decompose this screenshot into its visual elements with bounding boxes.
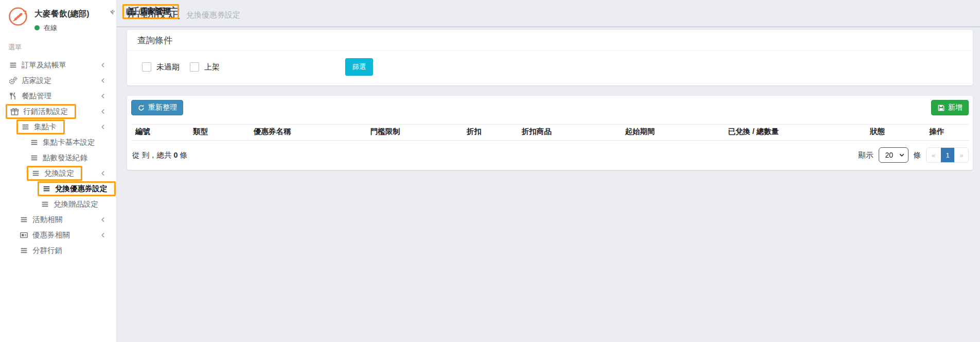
sidebar-item-campaign-related[interactable]: 活動相關: [0, 212, 116, 227]
brand-status: 在線: [34, 23, 90, 32]
bars-icon: [42, 184, 51, 193]
sidebar-item-label: 集點卡基本設定: [43, 138, 95, 147]
filter-button[interactable]: 篩選: [345, 58, 373, 76]
brand-logo-icon: [8, 6, 29, 27]
checkbox-on-shelf-label: 上架: [204, 62, 220, 72]
sidebar-item-label: 分群行銷: [32, 246, 62, 255]
orange-highlight-box: 行銷活動設定: [6, 104, 76, 119]
column-header: 類型: [189, 125, 250, 141]
sidebar-item-label: 兌換贈品設定: [54, 199, 98, 209]
chevron-left-icon: [100, 232, 106, 238]
sidebar-item-marketing-campaign-settings[interactable]: 行銷活動設定: [0, 104, 116, 119]
chevron-down-icon: [109, 8, 116, 15]
column-header: 優惠券名稱: [250, 125, 366, 141]
sidebar-item-segment-marketing[interactable]: 分群行銷: [0, 243, 116, 258]
sidebar-item-label: 餐點管理: [22, 91, 51, 101]
checkbox-on-shelf-input[interactable]: [190, 62, 199, 72]
refresh-icon: [137, 104, 145, 112]
column-header: 門檻限制: [366, 125, 462, 141]
filter-panel: 查詢條件 未過期 上架 篩選: [127, 30, 973, 86]
gears-icon: [9, 76, 17, 85]
sidebar-item-label: 兌換設定: [44, 168, 74, 178]
summary-count: 0: [174, 151, 178, 159]
refresh-button[interactable]: 重新整理: [131, 100, 183, 115]
chevron-left-icon: [100, 216, 106, 223]
sidebar-item-label: 店家設定: [22, 76, 51, 86]
brand[interactable]: 大麥餐飲(總部) 在線: [0, 0, 116, 35]
table-toolbar: 重新整理 新增: [131, 100, 969, 115]
save-icon: [937, 104, 945, 112]
content: 查詢條件 未過期 上架 篩選: [117, 27, 980, 170]
next-page-button[interactable]: »: [954, 148, 968, 162]
gift-icon: [10, 107, 19, 116]
orange-highlight-box: 兌換優惠券設定: [38, 181, 116, 196]
sidebar-item-label: 優惠券相關: [32, 230, 70, 240]
bars-icon: [21, 123, 30, 131]
current-page-button[interactable]: 1: [940, 148, 954, 162]
sidebar-item-label: 店家管理: [140, 7, 171, 16]
sidebar-item-orders-and-bills[interactable]: 訂單及結帳單: [0, 57, 116, 73]
chevron-left-icon: [100, 62, 106, 69]
coupons-table: 編號類型優惠券名稱門檻限制折扣折扣商品起始期間已兌換 / 總數量狀態操作: [131, 124, 969, 141]
online-status-dot-icon: [34, 25, 40, 30]
sidebar-menu: Index品牌管理品牌報表店家管理訂單及結帳單店家設定餐點管理行銷活動設定集點卡…: [0, 57, 116, 258]
bars-icon: [30, 153, 39, 162]
add-button-label: 新增: [948, 103, 963, 112]
sidebar-item-redeem-settings[interactable]: 兌換設定: [0, 165, 116, 181]
sidebar-item-store-management[interactable]: 店家管理: [117, 0, 126, 23]
column-header: 折扣商品: [518, 125, 621, 141]
sidebar-item-label: 集點卡: [34, 122, 57, 132]
page-size-select[interactable]: 20: [879, 147, 908, 163]
sidebar-item-meal-management[interactable]: 餐點管理: [0, 88, 116, 104]
online-status-label: 在線: [44, 23, 57, 32]
sidebar-item-coupon-related[interactable]: 優惠券相關: [0, 227, 116, 243]
checkbox-on-shelf[interactable]: 上架: [190, 62, 220, 72]
sidebar-item-label: 活動相關: [32, 215, 62, 225]
orange-highlight-box: 店家管理: [122, 4, 179, 19]
summary-suffix: 條: [180, 151, 188, 159]
chevron-left-icon: [100, 77, 106, 84]
sidebar-item-label: 行銷活動設定: [23, 107, 68, 116]
checkbox-not-expired-label: 未過期: [156, 62, 180, 72]
checkbox-not-expired-input[interactable]: [142, 62, 151, 72]
bars-icon: [31, 169, 40, 178]
brand-text: 大麥餐飲(總部) 在線: [34, 6, 90, 32]
sidebar-item-label: 訂單及結帳單: [22, 60, 66, 70]
sidebar-item-loyalty-card-basic-settings[interactable]: 集點卡基本設定: [0, 134, 116, 150]
sidebar-item-redeem-gift-settings[interactable]: 兌換贈品設定: [0, 196, 116, 212]
table-panel: 重新整理 新增: [127, 96, 973, 170]
sidebar: 大麥餐飲(總部) 在線 選單 Index品牌管理品牌報表店家管理訂單及結帳單店家…: [0, 0, 117, 342]
utensils-icon: [9, 92, 17, 100]
page-button-group: « 1 »: [926, 147, 969, 163]
bars-icon: [41, 200, 49, 209]
prev-page-button[interactable]: «: [926, 148, 940, 162]
sidebar-item-store-settings[interactable]: 店家設定: [0, 73, 116, 88]
page-size-select-wrap: 20: [879, 147, 908, 163]
sidebar-item-label: 點數發送紀錄: [43, 153, 87, 163]
page-header: 活動設定 兌換優惠券設定: [117, 0, 980, 27]
bars-icon: [9, 61, 17, 70]
sidebar-item-label: 兌換優惠券設定: [55, 184, 108, 194]
summary-prefix: 從 到，總共: [132, 151, 172, 159]
main-area: 活動設定 兌換優惠券設定 查詢條件 未過期 上架 篩選: [117, 0, 980, 342]
column-header: 狀態: [866, 125, 925, 141]
page-size-show-label: 顯示: [859, 150, 874, 160]
column-header: 已兌換 / 總數量: [724, 125, 866, 141]
table-footer: 從 到，總共0條 顯示 20 條: [131, 141, 969, 170]
bars-icon: [20, 215, 28, 224]
filter-panel-body: 未過期 上架 篩選: [127, 51, 973, 86]
orange-highlight-box: 集點卡: [16, 119, 65, 134]
chevron-left-icon: [100, 93, 106, 99]
sidebar-section-label: 選單: [0, 35, 116, 55]
sidebar-item-redeem-coupon-settings[interactable]: 兌換優惠券設定: [0, 181, 116, 196]
column-header: 操作: [925, 125, 969, 141]
column-header: 起始期間: [621, 125, 724, 141]
chevron-left-icon: [100, 108, 106, 115]
sidebar-item-points-issue-records[interactable]: 點數發送紀錄: [0, 150, 116, 165]
records-summary: 從 到，總共0條: [131, 150, 187, 160]
sitemap-icon: [127, 7, 136, 16]
add-button[interactable]: 新增: [931, 100, 969, 115]
bars-icon: [30, 138, 39, 147]
sidebar-item-loyalty-card[interactable]: 集點卡: [0, 119, 116, 134]
checkbox-not-expired[interactable]: 未過期: [142, 62, 180, 72]
